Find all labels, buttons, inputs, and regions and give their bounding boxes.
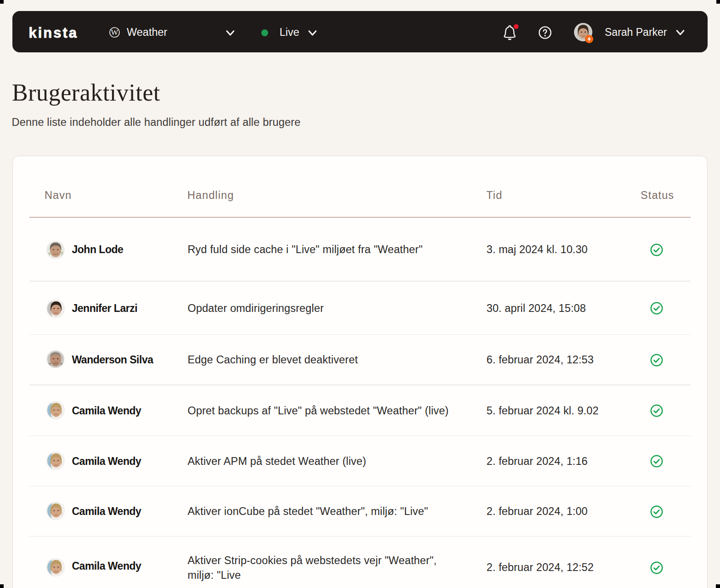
svg-text:W: W	[111, 28, 118, 37]
svg-text:kinsta: kinsta	[29, 25, 79, 41]
